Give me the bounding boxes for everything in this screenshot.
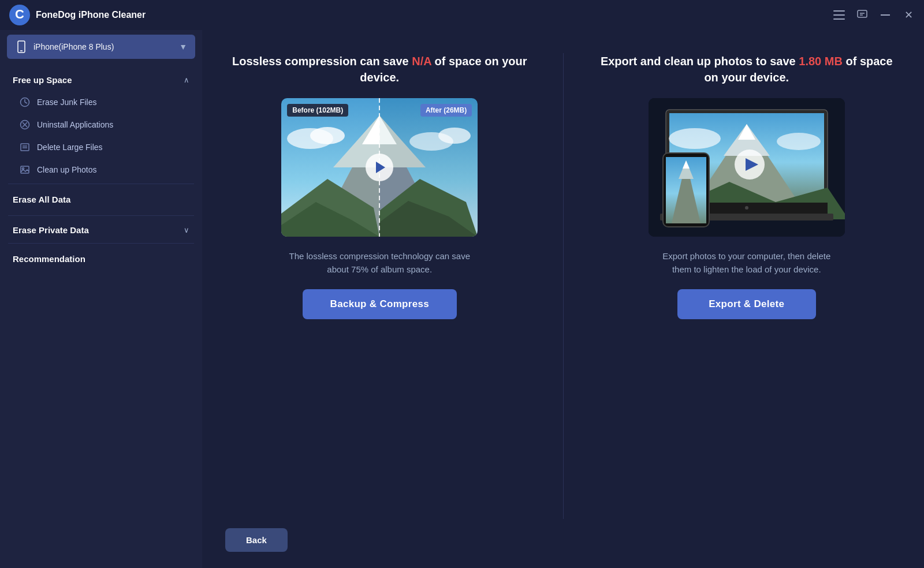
recommendation-link[interactable]: Recommendation <box>5 246 198 272</box>
svg-point-21 <box>23 168 24 170</box>
right-card-image <box>649 98 845 237</box>
menu-button[interactable] <box>833 9 845 21</box>
svg-point-33 <box>310 127 345 144</box>
free-space-header[interactable]: Free up Space ∧ <box>5 68 198 91</box>
photos-icon <box>20 165 30 175</box>
svg-rect-3 <box>833 14 845 16</box>
sidebar-section-erase-private: Erase Private Data ∨ <box>0 218 202 241</box>
svg-point-48 <box>777 133 821 150</box>
device-composite-image <box>649 98 845 237</box>
svg-rect-5 <box>858 10 867 17</box>
free-space-chevron: ∧ <box>184 76 189 84</box>
device-selector[interactable]: iPhone(iPhone 8 Plus) ▼ <box>7 35 195 59</box>
sidebar-section-recommendation: Recommendation <box>0 246 202 272</box>
sidebar-item-uninstall-apps[interactable]: Uninstall Applications <box>7 114 195 136</box>
left-card-heading: Lossless compression can save N/A of spa… <box>225 53 534 85</box>
right-card: Export and clean up photos to save 1.80 … <box>593 53 901 319</box>
free-space-title: Free up Space <box>13 75 72 85</box>
titlebar: C FoneDog iPhone Cleaner ✕ <box>0 0 924 30</box>
erase-all-data-title: Erase All Data <box>13 195 70 204</box>
before-badge: Before (102MB) <box>287 104 348 117</box>
window-controls: ✕ <box>833 9 915 21</box>
close-button[interactable]: ✕ <box>902 9 915 21</box>
svg-rect-17 <box>21 144 29 151</box>
clock-icon <box>20 97 30 107</box>
device-chevron-icon: ▼ <box>179 42 187 51</box>
right-heading-highlight: 1.80 MB <box>799 55 843 68</box>
sidebar-section-erase-all: Erase All Data <box>0 186 202 213</box>
erase-junk-label: Erase Junk Files <box>37 98 96 107</box>
sidebar: iPhone(iPhone 8 Plus) ▼ Free up Space ∧ … <box>0 30 202 568</box>
apps-icon <box>20 119 30 130</box>
cards-row: Lossless compression can save N/A of spa… <box>225 47 901 519</box>
app-title: FoneDog iPhone Cleaner <box>36 10 833 20</box>
minimize-button[interactable] <box>879 9 892 21</box>
delete-large-label: Delete Large Files <box>37 143 103 152</box>
chat-button[interactable] <box>856 9 869 21</box>
svg-point-35 <box>438 128 471 144</box>
main-content: Lossless compression can save N/A of spa… <box>202 30 924 568</box>
right-card-description: Export photos to your computer, then del… <box>654 249 839 276</box>
divider-3 <box>8 243 194 244</box>
sidebar-item-erase-junk[interactable]: Erase Junk Files <box>7 91 195 113</box>
left-card-image: Before (102MB) After (26MB) <box>281 98 478 237</box>
play-triangle-icon <box>376 162 385 173</box>
back-button[interactable]: Back <box>225 528 288 552</box>
after-badge: After (26MB) <box>420 104 472 117</box>
svg-rect-8 <box>881 14 890 16</box>
erase-private-title: Erase Private Data <box>13 225 89 235</box>
erase-private-chevron: ∨ <box>184 226 189 234</box>
bottom-bar: Back <box>225 519 901 556</box>
right-card-heading: Export and clean up photos to save 1.80 … <box>593 53 901 85</box>
right-heading-part1: Export and clean up photos to save <box>601 55 796 68</box>
svg-point-47 <box>669 128 721 149</box>
divider-2 <box>8 215 194 216</box>
svg-point-51 <box>745 206 748 210</box>
left-play-button[interactable] <box>366 154 393 181</box>
uninstall-apps-label: Uninstall Applications <box>37 120 113 129</box>
erase-private-header[interactable]: Erase Private Data ∨ <box>5 218 198 241</box>
sidebar-section-free-space: Free up Space ∧ Erase Junk Files Uninsta… <box>0 68 202 181</box>
cards-divider <box>563 53 564 519</box>
phone-icon <box>15 40 28 53</box>
erase-all-data-link[interactable]: Erase All Data <box>5 186 198 213</box>
svg-line-13 <box>25 102 27 103</box>
left-card: Lossless compression can save N/A of spa… <box>225 53 534 319</box>
recommendation-title: Recommendation <box>13 254 85 264</box>
sidebar-item-delete-large[interactable]: Delete Large Files <box>7 136 195 158</box>
export-delete-button[interactable]: Export & Delete <box>677 289 816 319</box>
left-heading-highlight: N/A <box>412 55 431 68</box>
files-icon <box>20 142 30 152</box>
backup-compress-button[interactable]: Backup & Compress <box>303 289 457 319</box>
app-layout: iPhone(iPhone 8 Plus) ▼ Free up Space ∧ … <box>0 30 924 568</box>
sidebar-item-cleanup-photos[interactable]: Clean up Photos <box>7 159 195 181</box>
divider-1 <box>8 184 194 184</box>
app-logo: C <box>9 5 30 25</box>
device-name-label: iPhone(iPhone 8 Plus) <box>33 42 173 51</box>
left-heading-part1: Lossless compression can save <box>232 55 409 68</box>
svg-rect-4 <box>833 18 845 20</box>
svg-rect-2 <box>833 10 845 12</box>
left-card-description: The lossless compression technology can … <box>287 249 472 276</box>
svg-text:C: C <box>15 7 24 21</box>
cleanup-photos-label: Clean up Photos <box>37 165 97 174</box>
